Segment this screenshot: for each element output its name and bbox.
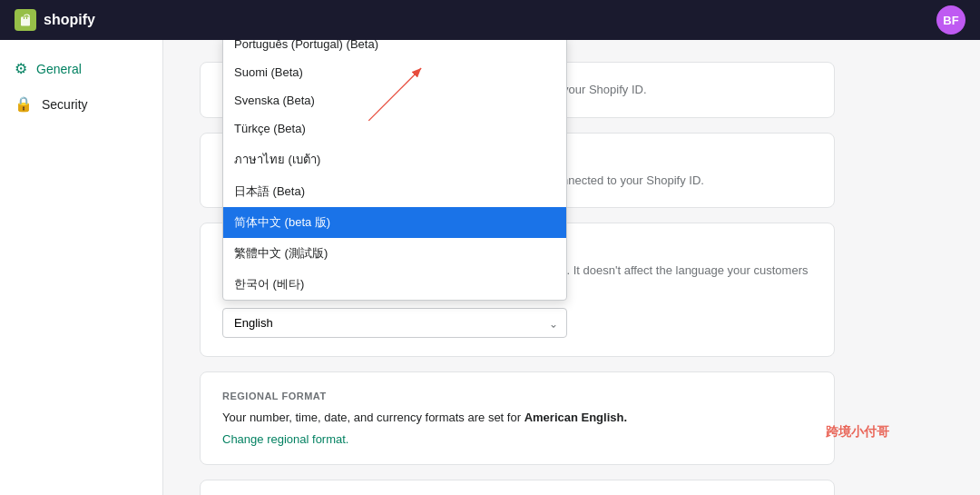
general-icon: ⚙ bbox=[15, 60, 27, 77]
topbar-right: BF bbox=[936, 5, 965, 35]
lang-item[interactable]: 繁體中文 (測試版) bbox=[223, 238, 566, 269]
lang-item[interactable]: Türkçe (Beta) bbox=[223, 114, 566, 143]
language-list[interactable]: Deutsch (Beta)Đồng Việt Nam (Beta)Englis… bbox=[223, 40, 566, 300]
language-dropdown-popup: Deutsch (Beta)Đồng Việt Nam (Beta)Englis… bbox=[222, 40, 567, 301]
regional-format-section: REGIONAL FORMAT Your number, time, date,… bbox=[200, 371, 835, 465]
security-icon: 🔒 bbox=[15, 95, 33, 113]
language-select[interactable]: English bbox=[222, 308, 567, 338]
sidebar-label-general: General bbox=[36, 62, 82, 76]
regional-format-label: REGIONAL FORMAT bbox=[222, 391, 812, 401]
sidebar-item-general[interactable]: ⚙ General bbox=[0, 51, 162, 86]
preferred-lang-section: Preferred language When you're logged in… bbox=[200, 223, 835, 357]
timezone-section: Timezone Timezone This is the timezone f… bbox=[200, 480, 835, 496]
regional-desc-text: Your number, time, date, and currency fo… bbox=[222, 411, 521, 424]
lang-item[interactable]: 한국어 (베타) bbox=[223, 269, 566, 300]
lang-item[interactable]: Português (Portugal) (Beta) bbox=[223, 40, 566, 58]
logo-text: shopify bbox=[44, 12, 95, 28]
language-select-wrapper[interactable]: English bbox=[222, 308, 567, 338]
lang-item[interactable]: Svenska (Beta) bbox=[223, 86, 566, 114]
svg-rect-0 bbox=[21, 17, 30, 26]
sidebar-label-security: Security bbox=[42, 97, 88, 112]
logo[interactable]: shopify bbox=[15, 9, 95, 31]
topbar: shopify BF bbox=[0, 0, 980, 40]
regional-locale: American English. bbox=[524, 411, 627, 424]
lang-item[interactable]: 简体中文 (beta 版) bbox=[223, 207, 566, 238]
sidebar-item-security[interactable]: 🔒 Security bbox=[0, 86, 162, 122]
shopify-bag-icon bbox=[15, 9, 36, 31]
lang-item[interactable]: ภาษาไทย (เบต้า) bbox=[223, 143, 566, 176]
watermark: 跨境小付哥 bbox=[826, 424, 889, 441]
lang-item[interactable]: 日本語 (Beta) bbox=[223, 176, 566, 207]
language-dropdown-container: Deutsch (Beta)Đồng Việt Nam (Beta)Englis… bbox=[222, 308, 812, 338]
regional-format-desc: Your number, time, date, and currency fo… bbox=[222, 409, 812, 427]
lang-item[interactable]: Suomi (Beta) bbox=[223, 58, 566, 86]
sidebar: ⚙ General 🔒 Security bbox=[0, 40, 163, 495]
avatar[interactable]: BF bbox=[936, 5, 965, 35]
change-regional-link[interactable]: Change regional format. bbox=[222, 432, 348, 446]
